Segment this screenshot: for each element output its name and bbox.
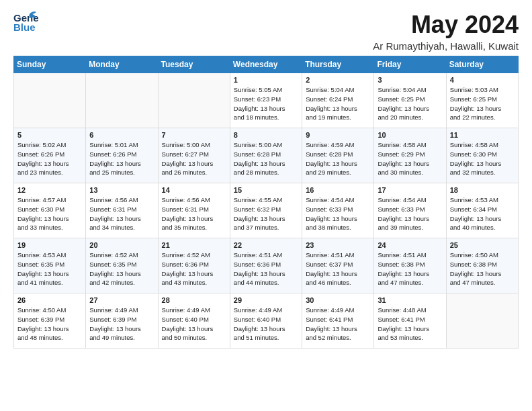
- day-info: Sunrise: 4:55 AMSunset: 6:32 PMDaylight:…: [234, 195, 298, 232]
- calendar-cell: 22Sunrise: 4:51 AMSunset: 6:36 PMDayligh…: [230, 238, 302, 293]
- day-info: Sunrise: 4:53 AMSunset: 6:35 PMDaylight:…: [17, 250, 82, 287]
- calendar-cell: 5Sunrise: 5:02 AMSunset: 6:26 PMDaylight…: [14, 128, 86, 183]
- day-number: 3: [378, 76, 442, 84]
- day-info: Sunrise: 5:01 AMSunset: 6:26 PMDaylight:…: [89, 140, 154, 177]
- day-info: Sunrise: 4:49 AMSunset: 6:40 PMDaylight:…: [234, 306, 298, 342]
- calendar-cell: 11Sunrise: 4:58 AMSunset: 6:30 PMDayligh…: [446, 128, 518, 183]
- day-number: 14: [162, 186, 226, 194]
- day-number: 17: [378, 186, 442, 194]
- calendar-cell: 31Sunrise: 4:48 AMSunset: 6:41 PMDayligh…: [374, 293, 446, 349]
- day-number: 30: [306, 296, 370, 304]
- calendar-week-2: 5Sunrise: 5:02 AMSunset: 6:26 PMDaylight…: [14, 128, 519, 183]
- day-number: 19: [17, 241, 82, 249]
- day-number: 26: [17, 296, 82, 304]
- day-info: Sunrise: 4:56 AMSunset: 6:31 PMDaylight:…: [162, 195, 226, 232]
- day-info: Sunrise: 5:00 AMSunset: 6:27 PMDaylight:…: [162, 140, 226, 177]
- day-info: Sunrise: 5:03 AMSunset: 6:25 PMDaylight:…: [450, 85, 515, 122]
- calendar-table: Sunday Monday Tuesday Wednesday Thursday…: [13, 56, 519, 349]
- calendar-cell: [158, 73, 230, 128]
- day-number: 2: [306, 76, 370, 84]
- day-number: 31: [378, 296, 442, 304]
- calendar-cell: 14Sunrise: 4:56 AMSunset: 6:31 PMDayligh…: [158, 183, 230, 238]
- day-info: Sunrise: 4:59 AMSunset: 6:28 PMDaylight:…: [306, 140, 370, 177]
- calendar-week-3: 12Sunrise: 4:57 AMSunset: 6:30 PMDayligh…: [14, 183, 519, 238]
- day-number: 23: [306, 241, 370, 249]
- logo-icon: General Blue: [13, 11, 39, 32]
- day-info: Sunrise: 5:02 AMSunset: 6:26 PMDaylight:…: [17, 140, 82, 177]
- calendar-cell: [446, 293, 518, 349]
- day-number: 18: [450, 186, 515, 194]
- calendar-cell: 30Sunrise: 4:49 AMSunset: 6:41 PMDayligh…: [302, 293, 374, 349]
- header-row: Sunday Monday Tuesday Wednesday Thursday…: [14, 56, 519, 73]
- day-number: 6: [89, 131, 154, 139]
- day-number: 29: [234, 296, 298, 304]
- col-tuesday: Tuesday: [158, 56, 230, 73]
- day-info: Sunrise: 4:50 AMSunset: 6:39 PMDaylight:…: [17, 306, 82, 342]
- day-info: Sunrise: 4:57 AMSunset: 6:30 PMDaylight:…: [17, 195, 82, 232]
- day-info: Sunrise: 4:53 AMSunset: 6:34 PMDaylight:…: [450, 195, 515, 232]
- col-monday: Monday: [86, 56, 158, 73]
- day-number: 27: [89, 296, 154, 304]
- calendar-week-5: 26Sunrise: 4:50 AMSunset: 6:39 PMDayligh…: [14, 293, 519, 349]
- day-number: 9: [306, 131, 370, 139]
- calendar-cell: 1Sunrise: 5:05 AMSunset: 6:23 PMDaylight…: [230, 73, 302, 128]
- calendar-cell: 16Sunrise: 4:54 AMSunset: 6:33 PMDayligh…: [302, 183, 374, 238]
- header: General Blue May 2024 Ar Rumaythiyah, Ha…: [13, 11, 519, 52]
- day-info: Sunrise: 4:54 AMSunset: 6:33 PMDaylight:…: [306, 195, 370, 232]
- calendar-cell: 7Sunrise: 5:00 AMSunset: 6:27 PMDaylight…: [158, 128, 230, 183]
- calendar-cell: 18Sunrise: 4:53 AMSunset: 6:34 PMDayligh…: [446, 183, 518, 238]
- day-number: 28: [162, 296, 226, 304]
- day-info: Sunrise: 4:51 AMSunset: 6:36 PMDaylight:…: [234, 250, 298, 287]
- page: General Blue May 2024 Ar Rumaythiyah, Ha…: [0, 0, 532, 355]
- day-info: Sunrise: 4:52 AMSunset: 6:36 PMDaylight:…: [162, 250, 226, 287]
- day-number: 7: [162, 131, 226, 139]
- calendar-cell: 9Sunrise: 4:59 AMSunset: 6:28 PMDaylight…: [302, 128, 374, 183]
- day-info: Sunrise: 4:49 AMSunset: 6:39 PMDaylight:…: [89, 306, 154, 342]
- day-number: 13: [89, 186, 154, 194]
- svg-text:Blue: Blue: [13, 21, 36, 32]
- day-number: 20: [89, 241, 154, 249]
- main-title: May 2024: [373, 11, 519, 39]
- calendar-cell: 21Sunrise: 4:52 AMSunset: 6:36 PMDayligh…: [158, 238, 230, 293]
- calendar-cell: 19Sunrise: 4:53 AMSunset: 6:35 PMDayligh…: [14, 238, 86, 293]
- calendar-cell: 23Sunrise: 4:51 AMSunset: 6:37 PMDayligh…: [302, 238, 374, 293]
- day-number: 16: [306, 186, 370, 194]
- calendar-cell: 25Sunrise: 4:50 AMSunset: 6:38 PMDayligh…: [446, 238, 518, 293]
- day-info: Sunrise: 4:49 AMSunset: 6:41 PMDaylight:…: [306, 306, 370, 342]
- day-info: Sunrise: 5:00 AMSunset: 6:28 PMDaylight:…: [234, 140, 298, 177]
- calendar-cell: [14, 73, 86, 128]
- calendar-cell: 13Sunrise: 4:56 AMSunset: 6:31 PMDayligh…: [86, 183, 158, 238]
- day-info: Sunrise: 4:54 AMSunset: 6:33 PMDaylight:…: [378, 195, 442, 232]
- calendar-week-4: 19Sunrise: 4:53 AMSunset: 6:35 PMDayligh…: [14, 238, 519, 293]
- day-info: Sunrise: 5:04 AMSunset: 6:24 PMDaylight:…: [306, 85, 370, 122]
- col-wednesday: Wednesday: [230, 56, 302, 73]
- calendar-cell: 20Sunrise: 4:52 AMSunset: 6:35 PMDayligh…: [86, 238, 158, 293]
- calendar-cell: 3Sunrise: 5:04 AMSunset: 6:25 PMDaylight…: [374, 73, 446, 128]
- title-block: May 2024 Ar Rumaythiyah, Hawalli, Kuwait: [373, 11, 519, 52]
- day-number: 10: [378, 131, 442, 139]
- day-info: Sunrise: 4:51 AMSunset: 6:37 PMDaylight:…: [306, 250, 370, 287]
- col-sunday: Sunday: [14, 56, 86, 73]
- calendar-cell: 4Sunrise: 5:03 AMSunset: 6:25 PMDaylight…: [446, 73, 518, 128]
- calendar-cell: 27Sunrise: 4:49 AMSunset: 6:39 PMDayligh…: [86, 293, 158, 349]
- logo: General Blue: [13, 11, 39, 32]
- calendar-cell: 29Sunrise: 4:49 AMSunset: 6:40 PMDayligh…: [230, 293, 302, 349]
- calendar-cell: 26Sunrise: 4:50 AMSunset: 6:39 PMDayligh…: [14, 293, 86, 349]
- day-info: Sunrise: 5:04 AMSunset: 6:25 PMDaylight:…: [378, 85, 442, 122]
- day-number: 21: [162, 241, 226, 249]
- day-number: 12: [17, 186, 82, 194]
- day-number: 22: [234, 241, 298, 249]
- day-info: Sunrise: 4:58 AMSunset: 6:30 PMDaylight:…: [450, 140, 515, 177]
- calendar-cell: [86, 73, 158, 128]
- col-friday: Friday: [374, 56, 446, 73]
- day-number: 5: [17, 131, 82, 139]
- day-info: Sunrise: 4:49 AMSunset: 6:40 PMDaylight:…: [162, 306, 226, 342]
- day-info: Sunrise: 4:50 AMSunset: 6:38 PMDaylight:…: [450, 250, 515, 287]
- calendar-cell: 10Sunrise: 4:58 AMSunset: 6:29 PMDayligh…: [374, 128, 446, 183]
- calendar-cell: 15Sunrise: 4:55 AMSunset: 6:32 PMDayligh…: [230, 183, 302, 238]
- day-info: Sunrise: 4:52 AMSunset: 6:35 PMDaylight:…: [89, 250, 154, 287]
- day-number: 11: [450, 131, 515, 139]
- day-number: 4: [450, 76, 515, 84]
- calendar-cell: 2Sunrise: 5:04 AMSunset: 6:24 PMDaylight…: [302, 73, 374, 128]
- day-info: Sunrise: 4:56 AMSunset: 6:31 PMDaylight:…: [89, 195, 154, 232]
